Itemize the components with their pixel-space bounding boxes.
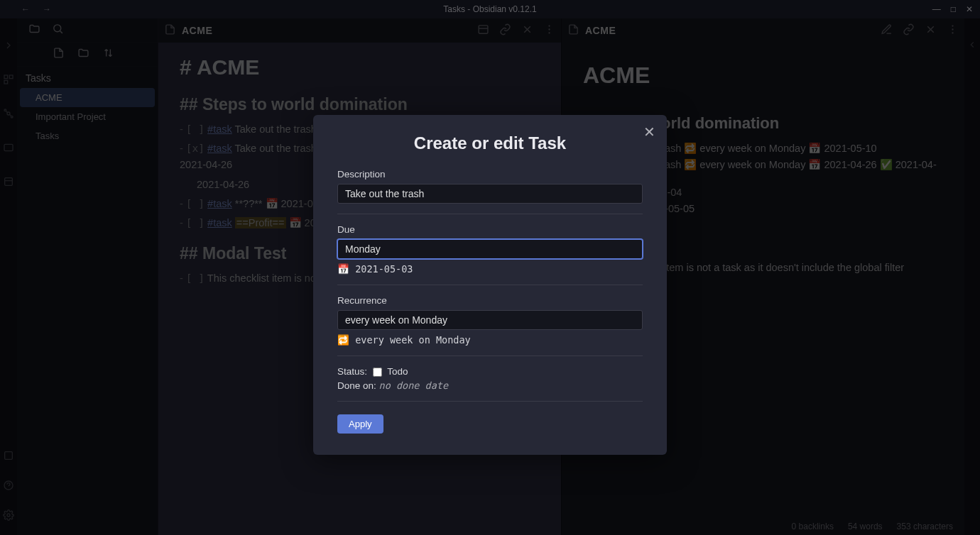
done-label: Done on: <box>337 380 376 391</box>
recurrence-label: Recurrence <box>337 295 643 306</box>
modal-title: Create or edit Task <box>337 133 643 153</box>
recurrence-hint: 🔁 every week on Monday <box>337 334 643 346</box>
modal-overlay[interactable]: ✕ Create or edit Task Description Due 📅 … <box>0 0 980 535</box>
modal-close-icon[interactable]: ✕ <box>643 123 655 140</box>
description-input[interactable] <box>337 184 643 204</box>
done-value: no done date <box>379 380 449 391</box>
due-input[interactable] <box>337 239 643 259</box>
task-modal: ✕ Create or edit Task Description Due 📅 … <box>313 115 667 455</box>
due-label: Due <box>337 224 643 235</box>
desc-label: Description <box>337 169 643 180</box>
status-value: Todo <box>387 366 408 377</box>
recurrence-input[interactable] <box>337 310 643 330</box>
due-hint: 📅 2021-05-03 <box>337 263 643 275</box>
status-checkbox[interactable] <box>373 368 382 377</box>
apply-button[interactable]: Apply <box>337 414 383 434</box>
status-label: Status: <box>337 366 367 377</box>
